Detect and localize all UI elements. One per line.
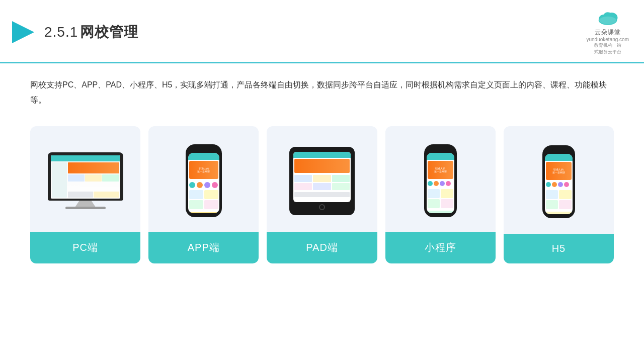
logo-area: 云朵课堂 yunduoketang.com 教育机构一站式服务云平台 <box>586 9 629 55</box>
svg-point-5 <box>599 17 616 25</box>
play-icon <box>10 19 36 45</box>
card-h5: 职通人的第一堂网课 <box>504 126 614 263</box>
card-h5-image: 职通人的第一堂网课 <box>504 126 614 234</box>
card-app: 职通人的第一堂网课 <box>148 126 259 263</box>
card-pad-label: PAD端 <box>267 232 377 263</box>
header: 2.5.1网校管理 云朵课堂 yunduoketang.com 教育机构一站式服… <box>0 0 644 63</box>
logo-url: yunduoketang.com <box>586 37 629 42</box>
tablet-mockup <box>289 147 355 215</box>
description-text: 网校支持PC、APP、PAD、小程序、H5，实现多端打通，产品各终端自由切换，数… <box>30 77 614 108</box>
card-app-image: 职通人的第一堂网课 <box>148 126 259 232</box>
page-title: 2.5.1网校管理 <box>44 23 138 42</box>
main-content: 网校支持PC、APP、PAD、小程序、H5，实现多端打通，产品各终端自由切换，数… <box>0 63 644 274</box>
card-pc-image <box>30 126 140 232</box>
logo-name: 云朵课堂 <box>595 28 621 37</box>
svg-marker-0 <box>12 21 34 43</box>
card-mini-label: 小程序 <box>385 232 496 263</box>
logo-tagline: 教育机构一站式服务云平台 <box>594 42 621 55</box>
card-mini-program: 职通人的第一堂网课 <box>385 126 496 263</box>
card-pad: PAD端 <box>267 126 377 263</box>
mini-phone-mockup: 职通人的第一堂网课 <box>424 144 457 217</box>
app-phone-mockup: 职通人的第一堂网课 <box>186 144 222 217</box>
header-left: 2.5.1网校管理 <box>10 19 138 45</box>
h5-phone-mockup: 职通人的第一堂网课 <box>542 145 575 218</box>
card-pc: PC端 <box>30 126 140 263</box>
card-app-label: APP端 <box>148 232 259 263</box>
card-pc-label: PC端 <box>30 232 140 263</box>
card-pad-image <box>267 126 377 232</box>
logo-cloud-icon <box>595 9 621 27</box>
card-h5-label: H5 <box>504 234 614 263</box>
cards-container: PC端 职通人的第一堂网课 <box>30 126 614 263</box>
pc-mockup <box>48 152 123 209</box>
card-mini-image: 职通人的第一堂网课 <box>385 126 496 232</box>
